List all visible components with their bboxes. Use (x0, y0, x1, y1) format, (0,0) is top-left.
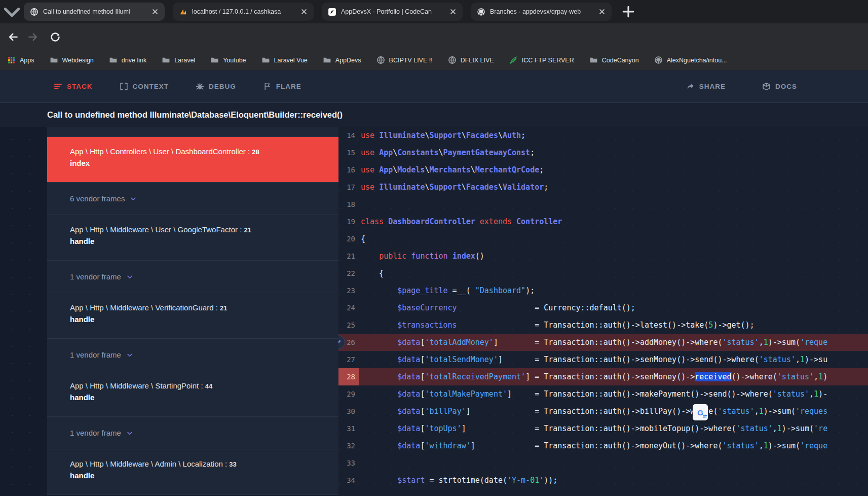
bookmark-item[interactable]: CodeCanyon (589, 56, 639, 64)
browser-tab[interactable]: Branches · appdevsx/qrpay-web (471, 3, 612, 21)
browser-tab-strip: Call to undefined method Illumilocalhost… (0, 0, 868, 23)
frame-row-partial (47, 127, 338, 137)
folder-icon (323, 56, 331, 64)
bookmark-label: ICC FTP SERVER (522, 57, 574, 64)
bookmark-item[interactable]: drive link (109, 56, 146, 64)
pencil-icon (338, 339, 342, 346)
folder-icon (589, 56, 598, 64)
flare-tab-stack[interactable]: STACK (54, 82, 93, 91)
code-text: use App\Constants\PaymentGatewayConst; (359, 144, 535, 161)
bookmark-item[interactable]: BCIPTV LIVE !! (376, 56, 433, 64)
bookmark-item[interactable]: Apps (7, 56, 34, 64)
stack-frames-sidebar: App \ Http \ Controllers \ User \ Dashbo… (47, 127, 338, 496)
stack-frame[interactable]: App \ Http \ Controllers \ User \ Dashbo… (47, 137, 338, 183)
bookmark-label: drive link (122, 57, 146, 64)
bookmark-item[interactable]: Webdesign (50, 56, 94, 64)
vendor-frames-toggle[interactable]: 1 vendor frame (47, 339, 338, 371)
docs-button[interactable]: DOCS (762, 82, 797, 91)
code-line: 30 $data['billPay'] = Transaction::auth(… (338, 403, 868, 420)
bookmark-item[interactable]: ICC FTP SERVER (509, 56, 574, 64)
bookmark-label: Apps (20, 57, 34, 64)
vendor-frames-toggle[interactable]: 6 vendor frames (47, 183, 338, 215)
chevron-down-icon (126, 430, 133, 437)
code-line: 16use App\Models\Merchants\MerchantQrCod… (338, 161, 868, 179)
code-text (359, 196, 361, 213)
code-line: 24 $baseCurrency = Currency::default(); (338, 299, 868, 316)
line-number: 17 (338, 179, 359, 196)
vendor-frames-label: 1 vendor frame (70, 429, 121, 437)
vendor-frames-toggle[interactable]: 1 vendor frame (47, 417, 338, 449)
bookmark-label: DFLIX LIVE (461, 57, 494, 64)
code-text: use App\Models\Merchants\MerchantQrCode; (359, 161, 544, 179)
frame-path: App \ Http \ Middleware \ VerificationGu… (70, 303, 338, 312)
bookmark-item[interactable]: DFLIX LIVE (448, 56, 494, 64)
line-number: 29 (338, 385, 359, 403)
line-number: 34 (338, 472, 359, 489)
github-icon (477, 8, 485, 16)
tab-close-icon[interactable] (597, 7, 607, 16)
code-editor-panel: G⇄ 14use Illuminate\Support\Facades\Auth… (338, 127, 868, 496)
code-text: $start = strtotime(date('Y-m-01')); (359, 472, 557, 489)
line-number: 20 (338, 230, 359, 247)
flare-tab-debug[interactable]: DEBUG (196, 82, 236, 91)
error-title: Call to undefined method Illuminate\Data… (47, 110, 343, 120)
globe-icon (30, 8, 39, 16)
frame-path: App \ Http \ Middleware \ Admin \ Locali… (70, 459, 338, 468)
frame-line-number: 28 (252, 148, 259, 156)
bookmark-item[interactable]: AlexNguetcha/intou... (654, 56, 727, 64)
frame-method: index (70, 159, 338, 167)
line-number: 28 (338, 368, 359, 385)
flare-tab-context[interactable]: CONTEXT (120, 82, 169, 91)
reload-icon[interactable] (50, 31, 61, 43)
globe-icon (376, 56, 385, 64)
tab-close-icon[interactable] (150, 7, 160, 16)
chevron-down-icon (130, 195, 137, 202)
vendor-frames-toggle[interactable]: 1 vendor frame (47, 261, 338, 293)
code-text: $page_title =__( "Dashboard"); (359, 282, 535, 299)
code-text: $data['totalAddMoney'] = Transaction::au… (359, 334, 827, 351)
code-text: class DashboardController extends Contro… (359, 213, 562, 230)
error-title-bar: Call to undefined method Illuminate\Data… (0, 102, 868, 127)
browser-toolbar: localhost/cashkasa/user/dashboard %30✳VF… (0, 23, 868, 50)
line-number: 15 (338, 144, 359, 161)
browser-tab[interactable]: Call to undefined method Illumi (24, 3, 165, 21)
github-icon (654, 56, 663, 64)
browser-tab[interactable]: localhost / 127.0.0.1 / cashkasa (173, 3, 314, 21)
bookmark-item[interactable]: Laravel (162, 56, 195, 64)
bookmark-item[interactable]: Youtube (210, 56, 246, 64)
code-text: $data['totalMakePayment'] = Transaction:… (359, 385, 827, 403)
bug-icon (196, 82, 204, 91)
stack-frame[interactable]: App \ Http \ Middleware \ StartingPoint … (47, 371, 338, 417)
tab-close-icon[interactable] (299, 7, 309, 16)
flare-tab-flare[interactable]: FLARE (263, 82, 301, 91)
code-text: $data['billPay'] = Transaction::auth()->… (359, 403, 827, 420)
code-line: 34 $start = strtotime(date('Y-m-01')); (338, 472, 868, 489)
line-number: 23 (338, 282, 359, 299)
bookmark-item[interactable]: AppDevs (323, 56, 361, 64)
tab-close-icon[interactable] (448, 7, 458, 16)
browser-tab[interactable]: AppDevsX - Portfolio | CodeCan (322, 3, 463, 21)
stack-frame[interactable]: App \ Http \ Middleware \ VerificationGu… (47, 293, 338, 339)
plus-icon[interactable] (621, 4, 636, 19)
stack-frame[interactable]: App \ Http \ Middleware \ Admin \ Locali… (47, 449, 338, 495)
stack-frame[interactable]: App \ Http \ Middleware \ User \ GoogleT… (47, 215, 338, 261)
share-button[interactable]: SHARE (686, 82, 726, 91)
bookmarks-bar: AppsWebdesigndrive linkLaravelYoutubeLar… (0, 50, 868, 70)
code-text: use Illuminate\Support\Facades\Auth; (359, 127, 525, 144)
chevron-down-icon[interactable] (0, 0, 24, 24)
google-translate-icon[interactable]: G⇄ (693, 404, 708, 420)
back-icon[interactable] (8, 31, 19, 43)
code-line: 21 public function index() (338, 247, 868, 265)
code-text: $data['totalReceivedPayment'] = Transact… (359, 368, 827, 385)
forward-icon[interactable] (27, 31, 39, 43)
line-number: 21 (338, 247, 359, 265)
code-line: 31 $data['topUps'] = Transaction::auth()… (338, 420, 868, 437)
code-text: $data['withdraw'] = Transaction::auth()-… (359, 437, 827, 454)
line-number: 33 (338, 454, 359, 472)
code-line: 26 $data['totalAddMoney'] = Transaction:… (338, 334, 868, 351)
frame-line-number: 33 (229, 460, 236, 468)
bookmark-item[interactable]: Laravel Vue (261, 56, 308, 64)
bookmark-label: Laravel Vue (274, 57, 308, 64)
frame-path: App \ Http \ Middleware \ User \ GoogleT… (70, 225, 338, 234)
line-number: 25 (338, 316, 359, 334)
